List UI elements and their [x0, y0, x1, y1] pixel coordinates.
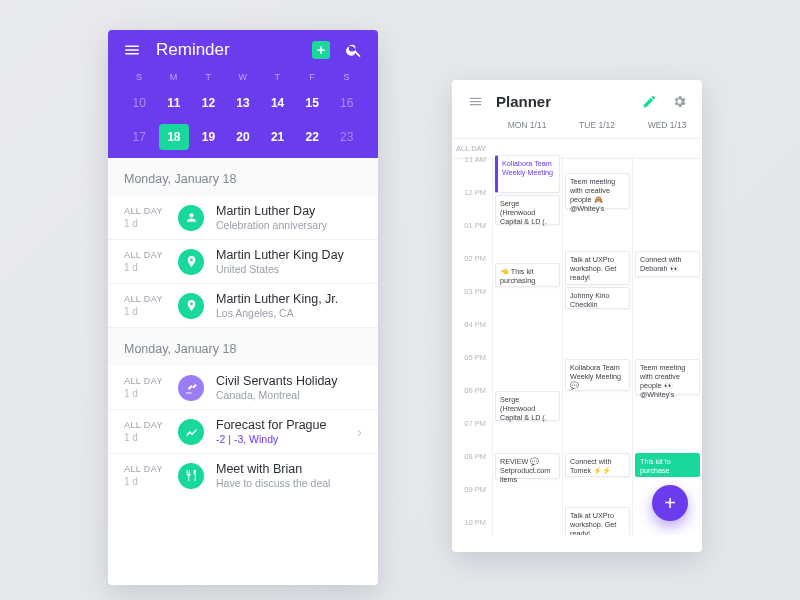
- event-body: Meet with BrianHave to discuss the deal: [216, 462, 362, 489]
- event-time: ALL DAY1 d: [124, 420, 166, 443]
- chart-icon: [178, 419, 204, 445]
- event-subtitle: United States: [216, 263, 362, 275]
- event-row[interactable]: ALL DAY1 dMeet with BrianHave to discuss…: [108, 454, 378, 497]
- hamburger-icon[interactable]: [466, 92, 484, 110]
- date-cell[interactable]: 21: [260, 124, 295, 150]
- calendar-event[interactable]: Teem meeting with creative people 🙈 @Whi…: [565, 173, 630, 209]
- event-title: Civil Servants Holiday: [216, 374, 362, 388]
- search-icon[interactable]: [344, 40, 364, 60]
- weekday-row: SMTWTFS: [122, 72, 364, 82]
- hour-label: 03 PM: [452, 287, 492, 320]
- event-body: Martin Luther King DayUnited States: [216, 248, 362, 275]
- date-cell[interactable]: 14: [260, 90, 295, 116]
- event-body: Martin Luther DayCelebration anniversary: [216, 204, 362, 231]
- calendar-event[interactable]: Connect with Deborah 👀: [635, 251, 700, 277]
- section-heading: Monday, January 18: [108, 328, 378, 366]
- hour-label: 09 PM: [452, 485, 492, 518]
- hour-label: 01 PM: [452, 221, 492, 254]
- planner-body: ALL DAY 11 AM12 PM01 PM02 PM03 PM04 PM05…: [452, 139, 702, 535]
- event-time: ALL DAY1 d: [124, 206, 166, 229]
- person-icon: [178, 205, 204, 231]
- event-subtitle: Celebration anniversary: [216, 219, 362, 231]
- weekday-label: M: [157, 72, 192, 82]
- event-time: ALL DAY1 d: [124, 250, 166, 273]
- event-row[interactable]: ALL DAY1 dMartin Luther King, Jr.Los Ang…: [108, 284, 378, 328]
- fab-add-button[interactable]: +: [652, 485, 688, 521]
- event-body: Civil Servants HolidayCanada, Montreal: [216, 374, 362, 401]
- edit-icon[interactable]: [640, 92, 658, 110]
- hour-label: 11 AM: [452, 155, 492, 188]
- calendar-event[interactable]: 👈 This kit purchasing: [495, 263, 560, 287]
- weekday-label: T: [191, 72, 226, 82]
- reminder-app: Reminder + SMTWTFS 101112131415161718192…: [108, 30, 378, 585]
- event-title: Forecast for Prague: [216, 418, 345, 432]
- calendar-event[interactable]: Teem meeting with creative people 👀 @Whi…: [635, 359, 700, 395]
- planner-grid[interactable]: Kollabora Team Weekly MeetingSerge (Hren…: [492, 155, 702, 535]
- event-title: Martin Luther King, Jr.: [216, 292, 362, 306]
- weekday-label: F: [295, 72, 330, 82]
- event-row[interactable]: ALL DAY1 dMartin Luther King DayUnited S…: [108, 240, 378, 284]
- event-time: ALL DAY1 d: [124, 464, 166, 487]
- planner-app: Planner MON 1/11TUE 1/12WED 1/13 ALL DAY…: [452, 80, 702, 552]
- date-cell[interactable]: 19: [191, 124, 226, 150]
- weekday-label: T: [260, 72, 295, 82]
- planner-column[interactable]: Kollabora Team Weekly MeetingSerge (Hren…: [492, 155, 562, 535]
- pin-icon: [178, 249, 204, 275]
- planner-day-label[interactable]: WED 1/13: [632, 116, 702, 138]
- event-title: Martin Luther King Day: [216, 248, 362, 262]
- planner-day-label[interactable]: TUE 1/12: [562, 116, 632, 138]
- date-cell[interactable]: 11: [157, 90, 192, 116]
- event-body: Martin Luther King, Jr.Los Angeles, CA: [216, 292, 362, 319]
- date-cell[interactable]: 18: [157, 124, 192, 150]
- planner-column[interactable]: Connect with Deborah 👀Teem meeting with …: [632, 155, 702, 535]
- planner-title: Planner: [496, 93, 628, 110]
- calendar-event[interactable]: Talk at UXPro workshop. Get ready!: [565, 251, 630, 285]
- event-row[interactable]: ALL DAY1 dForecast for Prague-2 | -3, Wi…: [108, 410, 378, 454]
- event-subtitle: Have to discuss the deal: [216, 477, 362, 489]
- event-row[interactable]: ALL DAY1 dCivil Servants HolidayCanada, …: [108, 366, 378, 410]
- calendar-event[interactable]: REVIEW 💬 Setproduct.com items: [495, 453, 560, 479]
- date-cell[interactable]: 15: [295, 90, 330, 116]
- calendar-event[interactable]: Johnny Kino Checklin: [565, 287, 630, 309]
- date-cell[interactable]: 12: [191, 90, 226, 116]
- calendar-event[interactable]: This kit to purchase: [635, 453, 700, 477]
- hour-label: 08 PM: [452, 452, 492, 485]
- date-cell[interactable]: 17: [122, 124, 157, 150]
- planner-header: Planner: [452, 80, 702, 116]
- pin-icon: [178, 293, 204, 319]
- weekday-label: S: [329, 72, 364, 82]
- date-cell[interactable]: 20: [226, 124, 261, 150]
- event-subtitle: Los Angeles, CA: [216, 307, 362, 319]
- event-row[interactable]: ALL DAY1 dMartin Luther DayCelebration a…: [108, 196, 378, 240]
- planner-column[interactable]: Teem meeting with creative people 🙈 @Whi…: [562, 155, 632, 535]
- event-body: Forecast for Prague-2 | -3, Windy: [216, 418, 345, 445]
- calendar-event[interactable]: Serge (Hrenwood Capital & LD (.: [495, 195, 560, 225]
- weekday-label: W: [226, 72, 261, 82]
- hour-label: 12 PM: [452, 188, 492, 221]
- date-cell[interactable]: 10: [122, 90, 157, 116]
- gear-icon[interactable]: [670, 92, 688, 110]
- planner-day-label[interactable]: MON 1/11: [492, 116, 562, 138]
- date-grid: 1011121314151617181920212223: [122, 90, 364, 150]
- weekday-label: S: [122, 72, 157, 82]
- event-subtitle: Canada, Montreal: [216, 389, 362, 401]
- hour-label: 04 PM: [452, 320, 492, 353]
- date-cell[interactable]: 23: [329, 124, 364, 150]
- calendar-event[interactable]: Kollabora Team Weekly Meeting 💬: [565, 359, 630, 391]
- date-cell[interactable]: 16: [329, 90, 364, 116]
- add-button[interactable]: +: [312, 41, 330, 59]
- reminder-title: Reminder: [156, 40, 298, 60]
- calendar-event[interactable]: Kollabora Team Weekly Meeting: [495, 155, 560, 193]
- calendar-event[interactable]: Connect with Tomek ⚡⚡: [565, 453, 630, 477]
- event-title: Martin Luther Day: [216, 204, 362, 218]
- date-cell[interactable]: 13: [226, 90, 261, 116]
- event-time: ALL DAY1 d: [124, 294, 166, 317]
- reminder-header: Reminder + SMTWTFS 101112131415161718192…: [108, 30, 378, 158]
- hour-label: 06 PM: [452, 386, 492, 419]
- calendar-event[interactable]: Talk at UXPro workshop. Get ready!: [565, 507, 630, 535]
- planner-day-header: MON 1/11TUE 1/12WED 1/13: [452, 116, 702, 139]
- hamburger-icon[interactable]: [122, 40, 142, 60]
- date-cell[interactable]: 22: [295, 124, 330, 150]
- calendar-event[interactable]: Serge (Hrenwood Capital & LD (.: [495, 391, 560, 421]
- fork-icon: [178, 463, 204, 489]
